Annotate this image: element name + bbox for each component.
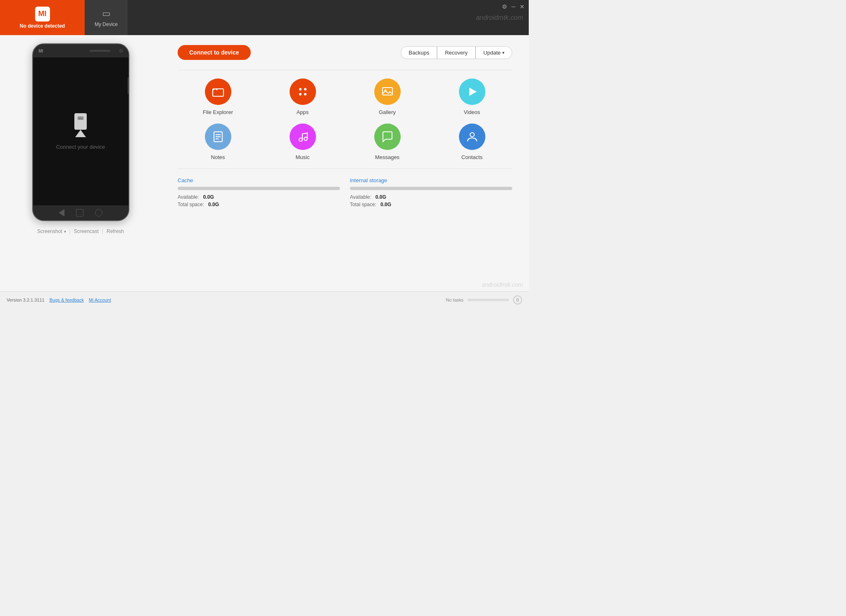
cache-available-value: 0.0G: [203, 194, 214, 200]
header: MI No device detected ▭ My Device ⚙ ─ ✕ …: [0, 0, 529, 35]
cache-bar-fill: [178, 187, 340, 190]
version-label: Version 3.2.1.3111: [7, 297, 45, 302]
cache-total-row: Total space: 0.0G: [178, 202, 340, 207]
connect-prompt: Connect your device: [56, 144, 105, 150]
cache-title: Cache: [178, 177, 340, 183]
phone-home-btn: [76, 209, 83, 216]
update-button[interactable]: Update ▾: [475, 46, 512, 59]
cache-total-value: 0.0G: [208, 202, 219, 207]
storage-section: Cache Available: 0.0G Total space: 0.0G …: [178, 177, 512, 209]
icon-label-gallery-icon: Gallery: [379, 109, 396, 115]
usb-prompt: Connect your device: [56, 113, 105, 150]
icon-item-videos-icon[interactable]: Videos: [432, 78, 512, 115]
svg-point-7: [304, 93, 307, 95]
phone-bottom-bar: [33, 205, 128, 220]
connect-to-device-button[interactable]: Connect to device: [178, 45, 251, 60]
internal-title: Internal storage: [350, 177, 512, 183]
tasks-progress-bar: [468, 299, 509, 301]
divider-bottom: [178, 169, 512, 169]
phone-back-btn: [59, 209, 64, 216]
phone-preview: MI Connect your device: [32, 43, 129, 221]
internal-total-row: Total space: 0.0G: [350, 202, 512, 207]
contacts-icon: [459, 124, 485, 150]
screenshot-button[interactable]: Screenshot ▾: [34, 227, 69, 236]
icon-item-contacts-icon[interactable]: Contacts: [432, 124, 512, 160]
device-icon: ▭: [102, 8, 111, 19]
icon-label-notes-icon: Notes: [211, 154, 225, 160]
titlebar-controls: ⚙ ─ ✕: [502, 3, 525, 10]
bottom-actions: Screenshot ▾ | Screencast | Refresh: [34, 227, 127, 236]
my-device-tab[interactable]: ▭ My Device: [85, 0, 128, 35]
settings-icon[interactable]: ⚙: [502, 3, 507, 10]
top-actions: Connect to device Backups Recovery Updat…: [178, 45, 512, 60]
internal-bar: [350, 187, 512, 190]
icon-item-messages-icon[interactable]: Messages: [347, 124, 428, 160]
cache-available-row: Available: 0.0G: [178, 194, 340, 200]
no-device-label: No device detected: [20, 23, 65, 29]
screencast-button[interactable]: Screencast: [71, 227, 102, 236]
notes-icon: [205, 124, 231, 150]
mi-account-link[interactable]: Mi Account: [89, 297, 111, 302]
svg-marker-2: [75, 130, 86, 137]
videos-icon: [459, 78, 485, 105]
phone-side-button: [128, 77, 129, 94]
usb-icon: [72, 113, 89, 137]
icon-item-gallery-icon[interactable]: Gallery: [347, 78, 428, 115]
svg-point-15: [299, 138, 302, 141]
utility-buttons: Backups Recovery Update ▾: [401, 46, 512, 59]
icon-label-file-explorer-icon: File Explorer: [203, 109, 233, 115]
icon-item-notes-icon[interactable]: Notes: [178, 124, 258, 160]
svg-rect-8: [383, 88, 392, 95]
phone-screen: Connect your device: [33, 57, 128, 205]
recovery-button[interactable]: Recovery: [437, 46, 475, 59]
icon-item-apps-icon[interactable]: Apps: [262, 78, 343, 115]
svg-marker-10: [469, 88, 477, 96]
icon-item-file-explorer-icon[interactable]: File Explorer: [178, 78, 258, 115]
chevron-down-icon: ▾: [64, 229, 66, 234]
icon-label-videos-icon: Videos: [464, 109, 480, 115]
internal-bar-fill: [350, 187, 512, 190]
left-panel: MI Connect your device: [0, 35, 161, 291]
mi-logo-icon: MI: [35, 7, 50, 21]
internal-total-value: 0.0G: [380, 202, 391, 207]
svg-point-5: [304, 88, 307, 90]
phone-top-bar: MI: [33, 44, 128, 57]
gallery-icon: [374, 78, 401, 105]
icon-label-apps-icon: Apps: [297, 109, 309, 115]
main-content: MI Connect your device: [0, 35, 529, 291]
feature-icons-grid: File ExplorerAppsGalleryVideosNotesMusic…: [178, 78, 512, 160]
icon-label-contacts-icon: Contacts: [461, 154, 482, 160]
header-watermark: androidmtk.com: [476, 14, 523, 21]
close-button[interactable]: ✕: [520, 3, 525, 10]
chevron-down-icon: ▾: [502, 50, 504, 55]
cache-bar: [178, 187, 340, 190]
icon-label-messages-icon: Messages: [375, 154, 399, 160]
file-explorer-icon: [205, 78, 231, 105]
svg-point-16: [304, 137, 307, 140]
bugs-feedback-link[interactable]: Bugs & feedback: [50, 297, 84, 302]
refresh-button[interactable]: Refresh: [103, 227, 127, 236]
logo-area: MI No device detected: [0, 0, 85, 35]
cache-storage: Cache Available: 0.0G Total space: 0.0G: [178, 177, 340, 209]
phone-recents-btn: [95, 209, 102, 216]
svg-rect-3: [213, 89, 223, 96]
svg-rect-0: [74, 113, 87, 130]
task-count-badge: 0: [513, 295, 522, 304]
backups-button[interactable]: Backups: [401, 46, 437, 59]
right-panel: Connect to device Backups Recovery Updat…: [161, 35, 529, 291]
icon-label-music-icon: Music: [296, 154, 310, 160]
svg-point-17: [470, 133, 474, 137]
minimize-button[interactable]: ─: [511, 3, 516, 10]
phone-body: MI Connect your device: [32, 43, 129, 221]
svg-rect-1: [78, 117, 83, 120]
footer-right: No tasks 0: [446, 295, 522, 304]
svg-point-6: [299, 93, 302, 95]
internal-available-row: Available: 0.0G: [350, 194, 512, 200]
bottom-watermark: androidmtk.com: [482, 281, 523, 288]
svg-point-4: [299, 88, 302, 90]
icon-item-music-icon[interactable]: Music: [262, 124, 343, 160]
phone-camera: [119, 49, 123, 52]
phone-mi-label: MI: [39, 49, 43, 53]
messages-icon: [374, 124, 401, 150]
tab-label: My Device: [95, 21, 118, 27]
